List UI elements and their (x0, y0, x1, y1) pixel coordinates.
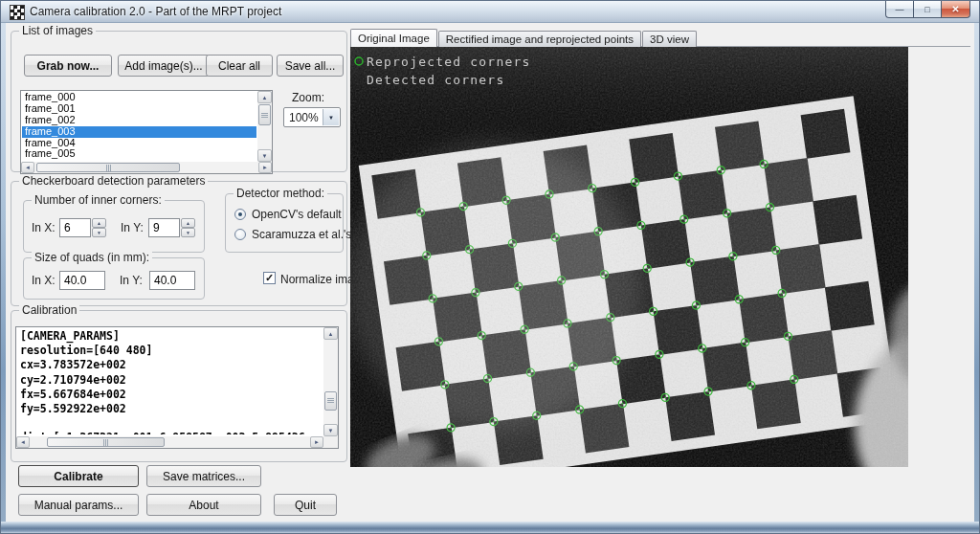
save-matrices-button[interactable]: Save matrices... (146, 465, 261, 487)
detected-legend-label: Detected corners (367, 73, 504, 87)
combo-dropdown-button[interactable]: ▼ (323, 109, 339, 125)
close-button[interactable]: ✕ (941, 1, 970, 18)
output-vertical-scrollbar[interactable]: ▲ ▼ (323, 327, 338, 436)
scrollbar-track[interactable] (30, 436, 310, 448)
scroll-right-button[interactable]: ► (310, 436, 323, 448)
minimize-icon: — (896, 5, 904, 14)
in-y-field[interactable] (148, 218, 180, 237)
output-horizontal-scrollbar[interactable]: ◄ ► (16, 436, 323, 448)
thumb-grip-icon (261, 113, 268, 118)
radio-label: Scaramuzza et al.'s (252, 228, 351, 241)
scroll-left-button[interactable]: ◄ (21, 162, 34, 173)
detector-option[interactable]: OpenCV's default (234, 208, 342, 221)
list-item-selected[interactable]: frame_003 (22, 126, 256, 138)
radio-label: OpenCV's default (252, 208, 342, 221)
list-of-images-label: List of images (19, 24, 96, 37)
manual-params-button[interactable]: Manual params... (18, 494, 139, 516)
scroll-up-button[interactable]: ▲ (257, 91, 272, 103)
scroll-down-button[interactable]: ▼ (257, 149, 272, 162)
radio-on-icon[interactable] (234, 209, 246, 220)
save-all-button[interactable]: Save all... (277, 55, 344, 77)
titlebar[interactable]: Camera calibration 2.0 - Part of the MRP… (1, 1, 979, 23)
scrollbar-corner (323, 436, 338, 448)
scrollbar-thumb[interactable] (36, 163, 180, 172)
calibration-output[interactable]: [CAMERA_PARAMS] resolution=[640 480] cx=… (15, 326, 339, 449)
quad-size-group: Size of quads (in mm): In X: In Y: (23, 257, 205, 300)
spin-up-button[interactable]: ▲ (181, 218, 195, 228)
reprojected-legend-label: Reprojected corners (367, 55, 531, 69)
clear-all-button[interactable]: Clear all (206, 55, 273, 77)
radio-off-icon[interactable] (234, 229, 246, 240)
quad-y-field[interactable] (149, 271, 195, 290)
zoom-label: Zoom: (292, 91, 324, 104)
tab-rectified-image-and-reprojected-points[interactable]: Rectified image and reprojected points (438, 31, 641, 47)
normalize-checkbox[interactable]: ✓ (263, 272, 276, 284)
app-window: Camera calibration 2.0 - Part of the MRP… (0, 0, 980, 534)
calibration-group: Calibration [CAMERA_PARAMS] resolution=[… (11, 310, 347, 462)
quad-x-field[interactable] (59, 271, 105, 290)
add-images-button[interactable]: Add image(s)... (118, 55, 210, 77)
scrollbar-thumb[interactable] (47, 437, 165, 447)
detector-option[interactable]: Scaramuzza et al.'s (234, 228, 351, 241)
grab-now-button[interactable]: Grab now... (24, 55, 112, 77)
quit-button[interactable]: Quit (274, 494, 337, 516)
arrow-down-icon: ▼ (262, 153, 268, 159)
scrollbar-track[interactable] (323, 340, 338, 424)
tab-original-image[interactable]: Original Image (350, 29, 437, 47)
in-x-spinner[interactable]: ▲ ▼ (92, 218, 106, 237)
scrollbar-thumb[interactable] (258, 104, 271, 125)
list-item[interactable]: frame_001 (22, 103, 256, 115)
spin-down-button[interactable]: ▼ (92, 228, 106, 237)
calibration-label: Calibration (19, 303, 79, 317)
inner-corners-label: Number of inner corners: (32, 193, 165, 207)
tab-3d-view[interactable]: 3D view (642, 31, 697, 47)
spin-up-icon: ▲ (97, 220, 101, 226)
in-x-field[interactable] (59, 218, 91, 237)
thumb-grip-icon (327, 398, 334, 403)
spin-down-icon: ▼ (186, 230, 190, 235)
scroll-down-button[interactable]: ▼ (323, 424, 338, 436)
scrollbar-track[interactable] (257, 103, 272, 149)
listbox-vertical-scrollbar[interactable]: ▲ ▼ (257, 91, 272, 162)
arrow-left-icon: ◄ (20, 439, 26, 445)
in-y-spinner[interactable]: ▲ ▼ (181, 218, 195, 237)
in-y-label: In Y: (120, 274, 143, 287)
arrow-right-icon: ► (262, 165, 268, 170)
quad-size-label: Size of quads (in mm): (32, 251, 152, 264)
spin-down-icon: ▼ (97, 230, 101, 235)
calibrate-button[interactable]: Calibrate (18, 465, 139, 487)
scroll-right-button[interactable]: ► (258, 162, 272, 173)
list-item[interactable]: frame_002 (22, 115, 256, 126)
close-icon: ✕ (951, 4, 959, 14)
window-title: Camera calibration 2.0 - Part of the MRP… (30, 5, 281, 18)
zoom-combobox[interactable]: 100% ▼ (283, 107, 341, 127)
check-icon: ✓ (265, 272, 274, 283)
window-border-right (974, 23, 979, 522)
about-button[interactable]: About (146, 494, 261, 516)
arrow-left-icon: ◄ (25, 165, 31, 170)
chevron-down-icon: ▼ (328, 115, 334, 121)
spin-up-icon: ▲ (186, 220, 190, 226)
spin-up-button[interactable]: ▲ (92, 218, 106, 228)
arrow-down-icon: ▼ (328, 428, 334, 434)
film-grain-dark (350, 47, 908, 467)
detector-method-group: Detector method: OpenCV's defaultScaramu… (225, 193, 344, 253)
list-item[interactable]: frame_006 (22, 160, 256, 161)
scrollbar-track[interactable] (34, 162, 258, 173)
inner-corners-group: Number of inner corners: In X: ▲ ▼ In Y:… (23, 200, 205, 253)
thumb-grip-icon (103, 439, 108, 446)
spin-down-button[interactable]: ▼ (181, 228, 195, 237)
detection-parameters-label: Checkerboard detection parameters (19, 174, 208, 188)
listbox-horizontal-scrollbar[interactable]: ◄ ► (21, 162, 272, 173)
app-icon (10, 5, 25, 20)
detection-parameters-group: Checkerboard detection parameters Number… (11, 181, 347, 306)
list-of-images-group: List of images frame_000frame_001frame_0… (11, 31, 347, 172)
scrollbar-thumb[interactable] (324, 391, 337, 411)
scroll-left-button[interactable]: ◄ (16, 436, 30, 448)
maximize-button[interactable]: □ (913, 1, 941, 18)
arrow-up-icon: ▲ (328, 331, 334, 337)
arrow-up-icon: ▲ (262, 95, 268, 100)
scroll-up-button[interactable]: ▲ (323, 327, 338, 340)
image-listbox[interactable]: frame_000frame_001frame_002frame_003fram… (20, 90, 273, 174)
minimize-button[interactable]: — (885, 1, 913, 18)
